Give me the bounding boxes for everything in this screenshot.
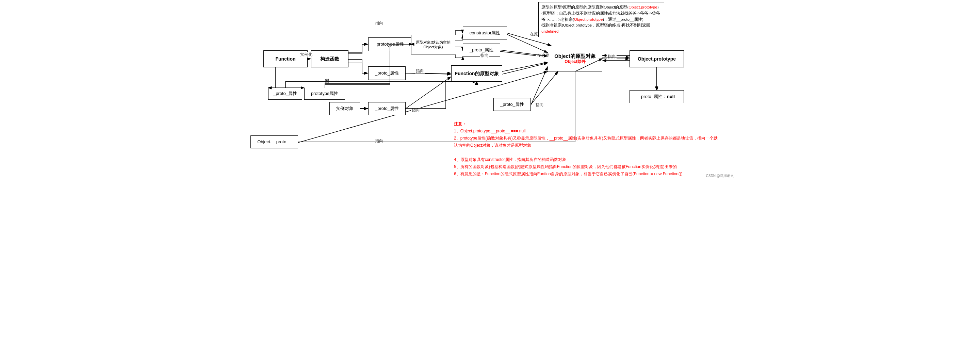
svg-line-4	[502, 63, 548, 74]
object-proto-box: Object的原型对象 Object除外	[548, 46, 602, 72]
arrow-label-zx2: 指向	[415, 68, 425, 74]
arrow-label-zx5: 指向	[607, 54, 617, 60]
prototype-attr-box: prototype属性	[368, 37, 412, 51]
svg-line-9	[406, 76, 451, 108]
object-prototype-box: Object.prototype	[630, 50, 684, 67]
svg-line-5	[507, 34, 548, 53]
svg-line-10	[531, 66, 548, 105]
constructor-attr-box: construstor属性	[463, 27, 507, 40]
notes-section: 注意： 1、Object.prototype.__proto__ === nul…	[451, 118, 730, 179]
diagram-canvas: Function 构造函数 实例化 实例化 prototype属性 _proto…	[245, 0, 735, 179]
proto-null-box: _proto_属性：null	[630, 90, 684, 103]
proto-attr4-box: _proto_属性	[493, 98, 531, 111]
arrow-label-zx8: 指向	[374, 138, 384, 144]
proto-attr3-box: _proto_属性	[368, 102, 406, 115]
arrow-label-zx4: 在这里	[536, 53, 550, 59]
proto-attr1-box: _proto_属性	[368, 66, 406, 80]
prototype-attr-fn-box: prototype属性	[304, 88, 345, 100]
arrow-label-zx1: 指向	[374, 21, 384, 26]
proto-attr-fn1-box: _proto_属性	[268, 88, 302, 100]
object-proto1-box: Object.__proto__	[250, 135, 298, 148]
top-note-box: 原型的原型/原型的原型的原型直到Object的原型(Object.prototy…	[538, 2, 664, 37]
watermark: CSDN @露娜老么	[706, 173, 733, 178]
arrow-label-zx3: 指向	[480, 53, 489, 59]
instance-box: 实例对象	[329, 102, 360, 115]
instantiate-vertical-label: 实例化	[323, 75, 331, 77]
svg-line-19	[502, 62, 547, 72]
arrow-label-zx7: 指向	[411, 107, 421, 113]
svg-line-23	[531, 72, 558, 105]
constructor-box: 构造函数	[311, 50, 348, 67]
function-proto-box: Function的原型对象	[451, 65, 502, 82]
proto-obj-box: 原型对象(默认为空的Object对象)	[411, 35, 455, 54]
svg-line-2	[406, 73, 451, 74]
instantiate-label: 实例化	[299, 52, 313, 57]
arrow-label-zx6: 指向	[535, 102, 544, 108]
